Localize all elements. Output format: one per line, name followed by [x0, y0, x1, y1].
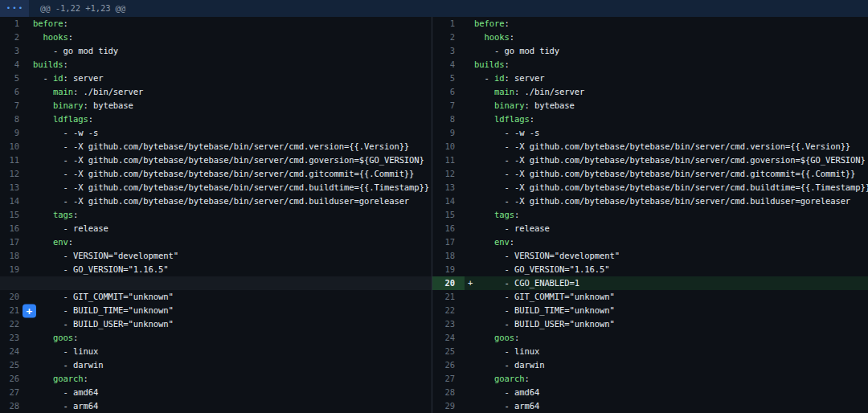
diff-row: 10 - -X github.com/bytebase/bytebase/bin…: [0, 140, 432, 153]
line-number[interactable]: 15: [0, 208, 29, 222]
diff-row: 2 hooks:: [0, 31, 432, 44]
line-number[interactable]: 14: [432, 194, 465, 208]
line-number[interactable]: 11: [432, 153, 465, 167]
yaml-key: binary: [494, 100, 524, 110]
expand-hunk-button[interactable]: •••: [0, 0, 29, 17]
diff-row: 20+ - CGO_ENABLED=1: [432, 276, 868, 290]
code-line: - id: server: [465, 72, 868, 85]
code-text: : bytebase: [524, 100, 574, 110]
line-number[interactable]: 22: [0, 317, 29, 331]
code-text: - -X github.com/bytebase/bytebase/bin/se…: [474, 141, 850, 151]
diff-row: 13 - -X github.com/bytebase/bytebase/bin…: [432, 181, 868, 194]
line-number[interactable]: 5: [0, 72, 29, 85]
code-line: - release: [29, 222, 432, 235]
line-number[interactable]: 25: [432, 345, 465, 358]
line-number[interactable]: 24: [0, 345, 29, 358]
code-text: - -X github.com/bytebase/bytebase/bin/se…: [33, 141, 409, 151]
line-number[interactable]: 4: [0, 58, 29, 72]
line-number[interactable]: 3: [432, 44, 465, 58]
line-number[interactable]: 16: [0, 222, 29, 235]
line-number[interactable]: 9: [0, 126, 29, 140]
line-number[interactable]: 7: [432, 99, 465, 112]
code-line: - -X github.com/bytebase/bytebase/bin/se…: [29, 181, 432, 194]
line-number[interactable]: 19: [432, 263, 465, 276]
code-text: [33, 333, 53, 342]
code-text: - darwin: [474, 360, 544, 370]
line-number[interactable]: 6: [432, 85, 465, 99]
yaml-key: tags: [494, 210, 514, 219]
line-number[interactable]: 1: [432, 17, 465, 31]
line-number[interactable]: 6: [0, 85, 29, 99]
code-text: - GIT_COMMIT="unknown": [474, 292, 615, 301]
line-number[interactable]: 4: [432, 58, 465, 72]
add-comment-button[interactable]: +: [23, 304, 36, 317]
line-number[interactable]: 24: [432, 331, 465, 345]
line-number[interactable]: 23: [432, 317, 465, 331]
yaml-key: id: [53, 73, 63, 83]
line-number[interactable]: 3: [0, 44, 29, 58]
line-number[interactable]: 23: [0, 331, 29, 345]
line-number[interactable]: 12: [432, 167, 465, 181]
line-number[interactable]: 28: [432, 386, 465, 399]
line-number[interactable]: 2: [0, 31, 29, 44]
diff-row: 2 hooks:: [432, 31, 868, 44]
diff-row: 4builds:: [432, 58, 868, 72]
code-text: - GO_VERSION="1.16.5": [33, 264, 169, 274]
line-number[interactable]: 14: [0, 194, 29, 208]
line-number[interactable]: 11: [0, 153, 29, 167]
line-number[interactable]: 10: [0, 140, 29, 153]
code-line: env:: [29, 235, 432, 249]
line-number[interactable]: 18: [0, 249, 29, 263]
line-number[interactable]: 21: [432, 290, 465, 304]
line-number[interactable]: 17: [0, 235, 29, 249]
yaml-key: before: [33, 18, 63, 28]
line-number[interactable]: 8: [432, 112, 465, 126]
code-text: - -X github.com/bytebase/bytebase/bin/se…: [33, 196, 409, 206]
yaml-key: before: [474, 18, 504, 28]
line-number[interactable]: 1: [0, 17, 29, 31]
line-number[interactable]: 20: [0, 290, 29, 304]
diff-row: 15 tags:: [0, 208, 432, 222]
diff-row: 17 env:: [432, 235, 868, 249]
code-text: - -X github.com/bytebase/bytebase/bin/se…: [474, 169, 855, 178]
line-number[interactable]: 17: [432, 235, 465, 249]
line-number[interactable]: 16: [432, 222, 465, 235]
diff-row: 26 - darwin: [432, 358, 868, 372]
line-number[interactable]: 2: [432, 31, 465, 44]
line-number[interactable]: 26: [432, 358, 465, 372]
code-line: - linux: [465, 345, 868, 358]
line-number[interactable]: 27: [0, 386, 29, 399]
line-number[interactable]: 26: [0, 372, 29, 386]
line-number[interactable]: 20: [432, 276, 465, 290]
code-line: hooks:: [29, 31, 432, 44]
line-number[interactable]: 10: [432, 140, 465, 153]
line-number[interactable]: 13: [432, 181, 465, 194]
code-text: - BUILD_USER="unknown": [33, 319, 174, 329]
line-number[interactable]: 12: [0, 167, 29, 181]
line-number[interactable]: 8: [0, 112, 29, 126]
line-number[interactable]: 22: [432, 304, 465, 317]
code-text: [474, 114, 494, 124]
code-line: before:: [465, 17, 868, 31]
line-number[interactable]: 13: [0, 181, 29, 194]
yaml-key: goarch: [494, 374, 524, 383]
line-number[interactable]: 27: [432, 372, 465, 386]
line-number[interactable]: 25: [0, 358, 29, 372]
code-line: - GIT_COMMIT="unknown": [465, 290, 868, 304]
diff-row: 4builds:: [0, 58, 432, 72]
diff-row: 21 - BUILD_TIME="unknown"+: [0, 304, 432, 317]
line-number[interactable]: 28: [0, 399, 29, 413]
line-number[interactable]: 7: [0, 99, 29, 112]
code-line: - arm64: [465, 399, 868, 413]
code-text: - BUILD_USER="unknown": [474, 319, 615, 329]
line-number[interactable]: 9: [432, 126, 465, 140]
code-line: main: ./bin/server: [29, 85, 432, 99]
diff-row: 6 main: ./bin/server: [0, 85, 432, 99]
code-line: - -w -s: [29, 126, 432, 140]
line-number[interactable]: 19: [0, 263, 29, 276]
line-number[interactable]: 18: [432, 249, 465, 263]
code-text: - -X github.com/bytebase/bytebase/bin/se…: [474, 182, 868, 192]
line-number[interactable]: 29: [432, 399, 465, 413]
line-number[interactable]: 15: [432, 208, 465, 222]
line-number[interactable]: 5: [432, 72, 465, 85]
